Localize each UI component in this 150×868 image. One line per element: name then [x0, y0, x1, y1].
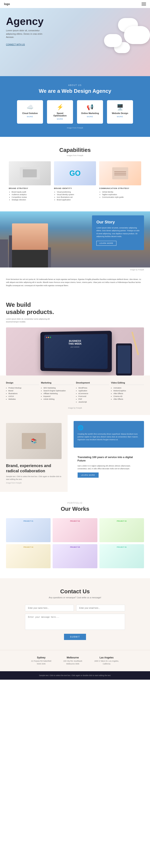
contact-submit-button[interactable]: SUBMIT [64, 634, 86, 640]
portfolio-title: Our Works [6, 506, 144, 512]
list-item: Application [78, 390, 109, 392]
contact-form: SUBMIT [25, 605, 125, 640]
capabilities-title: Capabilities [6, 147, 144, 153]
cloud-icon: ☁️ [20, 104, 40, 111]
brand-identity-image: GO [54, 161, 96, 185]
video-list-column: Video Editing Animation MotionGraphics A… [111, 381, 144, 404]
learn-more-button[interactable]: LEARN MORE [78, 472, 99, 478]
hamburger-line2 [142, 4, 146, 4]
melbourne-city-name: Melbourne [63, 656, 82, 659]
story-image-credit: Image by Freepik [0, 268, 150, 272]
capabilities-credit: Images from Freepik [6, 154, 144, 156]
portfolio-item-4[interactable]: PROJECT 04 [6, 544, 50, 568]
list-item: Competitive review [11, 196, 51, 198]
list-item: Article Writing [43, 398, 74, 400]
hamburger-line1 [142, 3, 146, 3]
cloud-card-more[interactable]: MORE [20, 116, 40, 118]
melbourne-office: Melbourne 190 City Rd, SouthbankMelbourn… [63, 656, 82, 665]
brand-left-credit: Image from Freepik [6, 482, 62, 484]
brand-identity-card: GO BRAND IDENTITY Visual positioning Vis… [54, 161, 96, 202]
list-item: Animation [113, 387, 144, 389]
story-person-visual [12, 223, 48, 268]
portfolio-item-3[interactable]: PROJECT 03 [100, 518, 144, 542]
contact-email-input[interactable] [76, 605, 125, 611]
list-item: Strategic direction [11, 199, 51, 201]
portfolio-item-1[interactable]: PROJECT 01 [6, 518, 50, 542]
brand-right-panel: 🌐 Creating the world's first community d… [68, 415, 150, 492]
portfolio-item-6[interactable]: PROJECT 06 [100, 544, 144, 568]
melbourne-address: 190 City Rd, SouthbankMelbourne 3006 [63, 660, 82, 665]
communication-strategy-image [99, 161, 141, 185]
hero-clouds-decoration [90, 10, 150, 66]
video-list: Animation MotionGraphics After Effects C… [111, 387, 144, 400]
speed-card-more[interactable]: MORE [50, 118, 70, 120]
capabilities-cards-container: BRAND STRATEGY Brand equity audit Audien… [6, 161, 144, 202]
marketing-card-more[interactable]: MORE [80, 116, 100, 118]
contact-subtitle: Any questions or remarque? Just write us… [6, 596, 144, 599]
footer-text: Sample text. Click to select the text bo… [6, 675, 144, 677]
brand-left-title: Brand, experiences and radical collabora… [6, 463, 62, 473]
hamburger-button[interactable] [142, 3, 146, 5]
marketing-card-title: Online Marketing [80, 112, 100, 115]
about-image-credit: Image From Freepik [6, 127, 144, 129]
list-item: Brand equity audit [11, 191, 51, 193]
list-item: Front-end [78, 395, 109, 397]
list-item: Visual identity system [57, 193, 96, 195]
usable-title-end: products. [27, 309, 54, 315]
story-card: Our Story Lorem ipsum dolor sit amet, co… [92, 215, 144, 250]
portfolio-item-5[interactable]: PROJECT 05 [52, 544, 97, 568]
development-list: WordPress Application eCommerce Front-en… [76, 387, 109, 403]
usable-subtitle: Lorem ipsum dolor sit, consectetur some … [6, 318, 50, 323]
marketing-icon: 📢 [80, 104, 100, 111]
brand-strategy-image [9, 161, 51, 185]
contact-message-input[interactable] [25, 614, 125, 630]
cloud-card-title: Cloud Solution [20, 112, 40, 115]
losangeles-office: Las Angeles 1800 S Takon Dr, Los Angeles… [94, 656, 119, 665]
hero-cta-link[interactable]: CONNECT WITH US [6, 43, 25, 46]
brand-section: 📚 Brand, experiences and radical collabo… [0, 415, 150, 492]
list-item: Illustrations [8, 393, 39, 395]
portfolio-section: PORTFOLIO Our Works PROJECT 01 PROJECT 0… [0, 492, 150, 578]
list-item: Brand [8, 390, 39, 392]
story-city-background: Our Story Lorem ipsum dolor sit amet, co… [0, 211, 150, 268]
design-column-title: Design [6, 381, 39, 385]
story-card-title: Our Story [97, 220, 140, 224]
list-item: Audience analytics [11, 193, 51, 195]
about-card-web: 🖥️ Website Design MORE [107, 100, 133, 124]
go-logo-decoration: GO [69, 169, 81, 178]
contact-name-email-row [25, 605, 125, 611]
portfolio-label: PORTFOLIO [6, 502, 144, 504]
list-item: eCommerce [78, 393, 109, 395]
story-learn-more-button[interactable]: LEARN MORE [97, 241, 116, 246]
list-item: WordPress [78, 387, 109, 389]
web-icon: 🖥️ [110, 104, 130, 111]
about-section: ABOUT US We are a Web Design Agency ☁️ C… [0, 76, 150, 137]
story-section: Our Story Lorem ipsum dolor sit amet, co… [0, 211, 150, 272]
usable-section: We build usable products. Lorem ipsum do… [0, 293, 150, 375]
video-column-title: Video Editing [111, 381, 144, 385]
paragraph-text: Proin fermentum leo vel orci porta sit. … [6, 278, 144, 287]
development-column-title: Development [76, 381, 109, 385]
list-item: Search Engine Optimization [43, 390, 74, 392]
brand-right-bottom-card: Translating 100 years of service into a … [74, 452, 144, 482]
web-card-more[interactable]: MORE [110, 116, 130, 118]
device-screen: BUSINESSTHIS WEEK your website [44, 334, 108, 369]
sydney-address: 41 Porpow Rd HaberfieldNSW 2045 [31, 660, 51, 665]
footer: Sample text. Click to select the text bo… [0, 671, 150, 680]
brand-identity-label: BRAND IDENTITY [54, 187, 96, 189]
communication-strategy-list: Verbal identity Tagline exploration Comm… [99, 191, 141, 198]
story-person-image [12, 223, 48, 268]
brand-identity-list: Visual positioning Visual identity syste… [54, 191, 96, 201]
contact-name-input[interactable] [25, 605, 74, 611]
device-mockup: BUSINESSTHIS WEEK your website [40, 331, 112, 372]
lists-section: Design Product Mockup Brand Illustration… [0, 375, 150, 415]
about-label: ABOUT US [6, 84, 144, 86]
brand-right-bottom-text: nam a dolor in in niglum adipiscing elit… [78, 464, 140, 470]
portfolio-item-2[interactable]: PROJECT 02 [52, 518, 97, 542]
contact-title: Contact Us [6, 588, 144, 595]
lists-image-credit: Image by Freepik [6, 407, 144, 409]
portfolio-grid: PROJECT 01 PROJECT 02 PROJECT 03 PROJECT… [6, 518, 144, 568]
list-item: Affiliate Marketing [43, 393, 74, 395]
contact-section: Contact Us Any questions or remarque? Ju… [0, 578, 150, 650]
brand-strategy-list: Brand equity audit Audience analytics Co… [9, 191, 51, 201]
